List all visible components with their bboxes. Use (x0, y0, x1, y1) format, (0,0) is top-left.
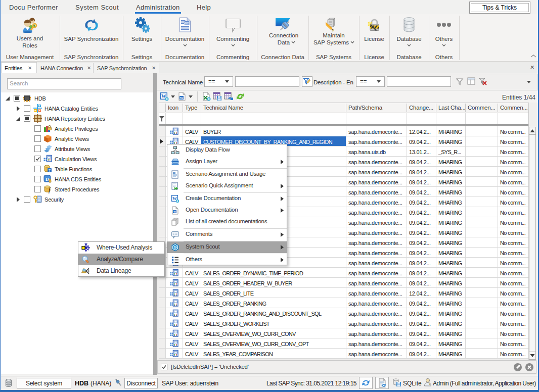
svg-text:W: W (173, 210, 176, 213)
svg-text:D: D (46, 177, 49, 182)
svg-text:f: f (49, 186, 51, 193)
svg-text:W: W (180, 96, 184, 100)
svg-text:T: T (49, 168, 51, 173)
